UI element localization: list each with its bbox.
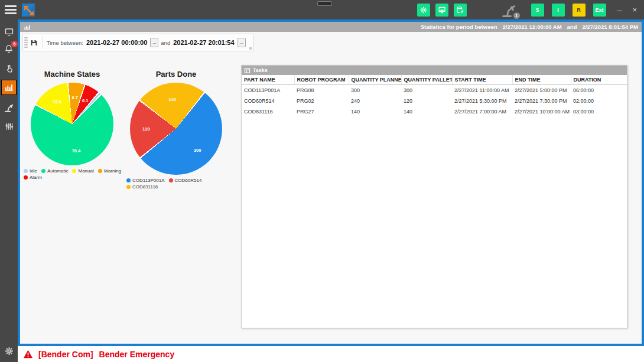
legend-color-dot (126, 178, 131, 182)
bar-chart-icon (24, 24, 31, 31)
table-cell: 300 (401, 85, 452, 96)
column-header[interactable]: QUANTITY PALLETTIZED (401, 75, 452, 85)
window-drag-handle (317, 1, 332, 6)
legend-item: Alarm (24, 175, 42, 180)
table-cell: 240 (349, 96, 401, 106)
database-edit-icon (456, 6, 464, 14)
display-button[interactable] (435, 4, 448, 17)
robot-arm-icon (4, 102, 14, 113)
machine-states-legend: IdleAutomaticManualWarningAlarm (22, 168, 122, 180)
machine-states-chart: Machine States 6.76.170.415.6 IdleAutoma… (22, 70, 122, 180)
machine-states-pie: 6.76.170.415.6 (31, 83, 113, 165)
table-cell: 2/27/2021 5:00:00 PM (512, 85, 571, 96)
table-cell: COD60R514 (242, 96, 294, 106)
sidebar-item-robot[interactable] (0, 101, 18, 114)
time-filter-toolbar: Time between: 2021-02-27 00:00:00 ... an… (22, 34, 253, 51)
parts-done-legend: COD113P001ACOD60R514COD831116 (125, 178, 227, 190)
chart-title: Parts Done (125, 70, 227, 79)
legend-item: COD113P001A (126, 178, 165, 183)
column-header[interactable]: QUANTITY PLANNED (349, 75, 401, 85)
table-cell: 300 (349, 85, 401, 96)
table-row[interactable]: COD831116PRG271401402/27/2021 7:00:00 AM… (242, 106, 627, 117)
mode-button-ext[interactable]: Ext (593, 4, 606, 17)
legend-item: Manual (72, 168, 93, 174)
emergency-status-text: [Bender Com] Bender Emergency (38, 350, 174, 359)
robot-status-indicator[interactable]: 1 (500, 2, 519, 18)
time-to-field[interactable]: 2021-02-27 20:01:54 (173, 39, 234, 46)
sidebar-item-display[interactable] (0, 25, 18, 38)
table-cell: 2/27/2021 11:00:00 AM (452, 85, 512, 96)
legend-item: COD60R514 (169, 178, 202, 183)
table-cell: 140 (349, 106, 401, 117)
sidebar-item-manual-control[interactable] (0, 62, 18, 75)
sidebar-item-parameters[interactable] (0, 120, 18, 133)
legend-color-dot (24, 169, 28, 173)
title-bar: 1 SIRExt – × (0, 0, 644, 19)
robot-count-badge: 1 (513, 12, 520, 19)
legend-item: Automatic (41, 168, 69, 174)
toolbar-separator (42, 36, 43, 49)
pie-slice-label: 140 (168, 96, 176, 102)
mode-button-i[interactable]: I (552, 4, 565, 17)
table-cell: 2/27/2021 7:00:00 AM (452, 106, 512, 117)
table-cell: PRG27 (294, 106, 349, 117)
legend-item: Warning (98, 168, 122, 174)
time-to-browse-button[interactable]: ... (238, 38, 246, 47)
tasks-title: Tasks (253, 67, 268, 73)
status-source: [Bender Com] (38, 350, 93, 359)
sidebar-item-statistics[interactable] (1, 80, 17, 95)
sliders-icon (5, 122, 14, 131)
table-icon (244, 67, 251, 74)
legend-color-dot (126, 185, 131, 189)
legend-color-dot (169, 178, 173, 182)
table-row[interactable]: COD113P001APRG083003002/27/2021 11:00:00… (242, 85, 627, 96)
parts-done-pie: 140300120 (130, 83, 222, 175)
table-cell: 02:00:00 (571, 96, 627, 106)
sidebar-item-settings[interactable] (0, 344, 18, 357)
toolbar-drag-grip[interactable] (24, 37, 28, 48)
sidebar-item-alarms[interactable]: 5 (0, 43, 18, 56)
monitor-icon (4, 27, 14, 37)
table-row[interactable]: COD60R514PRG022401202/27/2021 5:30:00 PM… (242, 96, 627, 106)
legend-color-dot (41, 169, 45, 173)
table-cell: COD113P001A (242, 85, 294, 96)
column-header[interactable]: START TIME (452, 75, 512, 85)
column-header[interactable]: DURATION (571, 75, 627, 85)
mode-button-s[interactable]: S (531, 4, 544, 17)
minimize-button[interactable]: – (615, 7, 625, 13)
close-button[interactable]: × (630, 5, 639, 14)
settings-button[interactable] (417, 4, 430, 17)
parts-done-chart: Parts Done 140300120 COD113P001ACOD60R51… (125, 70, 227, 190)
table-cell: 2/27/2021 10:00:00 AM (512, 106, 571, 117)
data-edit-button[interactable] (454, 4, 467, 17)
monitor-icon (438, 6, 446, 14)
hand-pointer-icon (5, 64, 14, 74)
pie-slice-label: 15.6 (53, 99, 61, 105)
legend-item: Idle (24, 168, 37, 174)
column-header[interactable]: ROBOT PROGRAM (294, 75, 349, 85)
table-cell: PRG08 (294, 85, 349, 96)
table-cell: PRG02 (294, 96, 349, 106)
column-header[interactable]: PART NAME (242, 75, 294, 85)
alarm-count-badge: 5 (11, 41, 18, 47)
period-to: 2/27/2021 8:01:54 PM (582, 24, 638, 30)
mode-button-r[interactable]: R (573, 4, 586, 17)
app-logo (21, 2, 36, 18)
column-header[interactable]: END TIME (512, 75, 571, 85)
pie-slice-label: 120 (142, 126, 150, 132)
save-icon[interactable] (30, 39, 38, 47)
statistics-content: Time between: 2021-02-27 00:00:00 ... an… (20, 32, 642, 344)
toolbar-resize-grip[interactable] (249, 47, 252, 50)
and-label: and (161, 40, 170, 46)
period-from: 2/27/2021 12:00:00 AM (503, 24, 562, 30)
table-cell: 2/27/2021 5:30:00 PM (452, 96, 512, 106)
table-header-row: PART NAMEROBOT PROGRAMQUANTITY PLANNEDQU… (242, 75, 627, 85)
table-cell: 140 (401, 106, 452, 117)
titlebar-controls: 1 SIRExt – × (417, 2, 644, 18)
table-cell: COD831116 (242, 106, 294, 117)
time-between-label: Time between: (47, 40, 83, 46)
tasks-panel: Tasks PART NAMEROBOT PROGRAMQUANTITY PLA… (241, 65, 627, 328)
time-from-browse-button[interactable]: ... (150, 38, 158, 47)
menu-hamburger-icon[interactable] (5, 5, 17, 14)
time-from-field[interactable]: 2021-02-27 00:00:00 (86, 39, 147, 46)
